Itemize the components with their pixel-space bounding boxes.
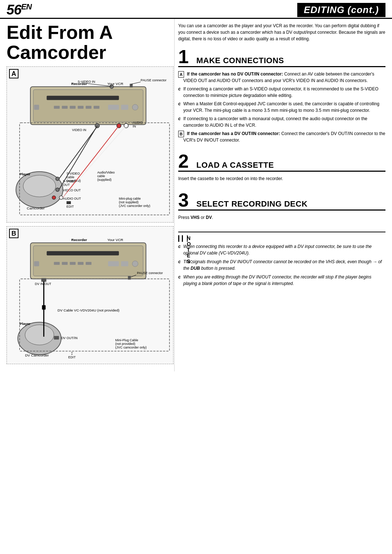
svg-text:(JVC camcorder only): (JVC camcorder only) — [115, 346, 147, 349]
step-2-body: Insert the cassette to be recorded on in… — [178, 174, 385, 186]
marker-a: A — [178, 71, 185, 78]
svg-rect-35 — [66, 201, 71, 204]
svg-text:DV Cable VC-VDV204U (not provi: DV Cable VC-VDV204U (not provided) — [57, 308, 119, 312]
svg-rect-7 — [70, 106, 75, 109]
svg-text:Your VCR: Your VCR — [107, 238, 123, 242]
sub-b-bold: If the camcorder has a DV OUT/IN connect… — [187, 131, 280, 136]
svg-text:AUDIO OUT: AUDIO OUT — [63, 197, 81, 200]
step-1-sub-c2: c When a Master Edit Control-equipped JV… — [178, 101, 385, 114]
step-1-title: Make Connections — [196, 56, 284, 66]
svg-line-53 — [63, 126, 126, 197]
svg-text:Camcorder: Camcorder — [27, 206, 45, 210]
step-2: 2 Load A Cassette Insert the cassette to… — [178, 152, 385, 186]
svg-rect-10 — [94, 106, 99, 109]
svg-text:EDIT: EDIT — [66, 205, 74, 208]
diagram-b-svg: Recorder Your VCR DV IN/OUT PAUSE connec… — [7, 227, 173, 364]
step-1-sub-a: A If the camcorder has no DV OUT/IN conn… — [178, 71, 385, 84]
svg-text:(JVC camcorder only): (JVC camcorder only) — [119, 204, 150, 208]
svg-rect-60 — [54, 262, 60, 265]
page-heading: Edit From A Camcorder — [7, 23, 171, 62]
note-2: The signals through the DV IN/OUT connec… — [178, 258, 385, 272]
sub-c3-text: If connecting to a camcorder with a mona… — [183, 116, 367, 128]
diagram-b-label: B — [9, 229, 19, 238]
svg-rect-0 — [30, 87, 146, 125]
sub-c1-text: If connecting a camcorder with an S-VIDE… — [183, 86, 379, 98]
step-1: 1 Make Connections A If the camcorder ha… — [178, 47, 385, 147]
step-3-title: Select Recording Deck — [196, 199, 307, 209]
step-3: 3 Select Recording Deck Press VHS or DV. — [178, 191, 385, 224]
svg-rect-63 — [78, 262, 83, 265]
step-1-body: A If the camcorder has no DV OUT/IN conn… — [178, 69, 385, 147]
svg-point-28 — [23, 175, 56, 197]
svg-text:PAUSE connector: PAUSE connector — [140, 78, 166, 82]
note-3-text: When you are editing through the DV IN/O… — [183, 274, 371, 286]
marker-c3: c — [178, 115, 181, 122]
svg-point-34 — [59, 196, 63, 200]
page-header: 56EN EDITING (cont.) — [0, 0, 392, 19]
svg-text:Mini-Plug Cable: Mini-Plug Cable — [115, 339, 138, 342]
svg-text:Recorder: Recorder — [71, 82, 87, 86]
svg-rect-65 — [108, 261, 119, 266]
svg-rect-86 — [42, 305, 46, 310]
svg-text:Player: Player — [20, 322, 30, 326]
svg-text:Your VCR: Your VCR — [107, 82, 123, 86]
svg-text:IN: IN — [132, 125, 136, 128]
step-2-title: Load A Cassette — [196, 160, 274, 171]
svg-line-21 — [86, 83, 112, 86]
svg-text:cable: cable — [66, 175, 74, 179]
svg-point-32 — [56, 188, 59, 192]
left-column: Edit From A Camcorder A — [0, 19, 174, 371]
svg-point-17 — [124, 123, 128, 128]
svg-rect-2 — [47, 96, 119, 100]
svg-rect-57 — [47, 251, 119, 256]
svg-rect-66 — [121, 261, 128, 266]
svg-line-23 — [131, 82, 140, 84]
svg-point-76 — [25, 325, 54, 345]
step-1-sub-c3: c If connecting to a camcorder with a mo… — [178, 115, 385, 129]
right-column: You can use a camcorder as the player an… — [174, 19, 392, 371]
svg-text:(not supplied): (not supplied) — [119, 200, 139, 204]
diagram-b-content: B — [7, 226, 173, 364]
svg-text:OUT: OUT — [63, 183, 70, 187]
svg-rect-55 — [30, 243, 146, 279]
svg-rect-14 — [130, 84, 132, 87]
svg-text:S-VIDEO IN: S-VIDEO IN — [78, 80, 95, 83]
step-3-text: Press VHS or DV. — [178, 214, 385, 221]
svg-text:Audio/Video: Audio/Video — [97, 171, 115, 174]
svg-rect-64 — [86, 262, 91, 265]
svg-rect-79 — [54, 336, 59, 340]
notes-title: N O T E S: — [187, 235, 188, 242]
svg-text:Mini-plug cable: Mini-plug cable — [119, 197, 141, 200]
step-1-number: 1 — [178, 47, 193, 66]
svg-point-31 — [56, 177, 59, 181]
section-title: EDITING (cont.) — [297, 3, 385, 17]
svg-text:(not provided): (not provided) — [115, 342, 135, 346]
svg-point-27 — [16, 172, 63, 208]
svg-text:DV Camcorder: DV Camcorder — [25, 353, 49, 357]
note-2-text: The signals through the DV IN/OUT connec… — [183, 259, 382, 271]
svg-point-13 — [110, 85, 114, 89]
svg-text:S-VIDEO: S-VIDEO — [63, 180, 76, 183]
svg-rect-87 — [20, 279, 170, 351]
svg-text:PAUSE connector: PAUSE connector — [137, 271, 163, 275]
sub-c2-text: When a Master Edit Control-equipped JVC … — [183, 101, 379, 113]
marker-c2: c — [178, 101, 181, 107]
svg-point-16 — [117, 123, 121, 128]
svg-point-33 — [52, 196, 56, 200]
svg-point-15 — [95, 123, 99, 128]
diagram-b: B — [7, 226, 173, 364]
en-label: EN — [21, 2, 32, 11]
svg-text:cable: cable — [97, 174, 105, 178]
svg-rect-62 — [70, 262, 75, 265]
svg-point-59 — [132, 261, 138, 267]
svg-rect-67 — [41, 278, 46, 282]
step-2-header: 2 Load A Cassette — [178, 152, 385, 172]
diagram-a-svg: Recorder Your VCR S-VIDEO IN PAUSE conne… — [7, 67, 173, 222]
step-3-body: Press VHS or DV. — [178, 213, 385, 224]
note-1-text: When connecting this recorder to a devic… — [183, 244, 372, 256]
svg-rect-6 — [62, 106, 68, 109]
svg-line-50 — [59, 126, 97, 179]
svg-rect-58 — [34, 261, 39, 266]
step-3-header: 3 Select Recording Deck — [178, 191, 385, 211]
svg-point-4 — [132, 105, 138, 110]
